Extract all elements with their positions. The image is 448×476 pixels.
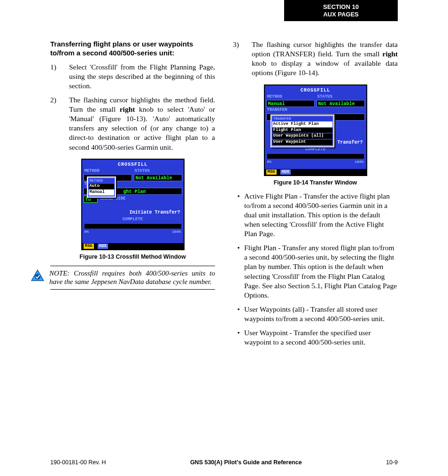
status-label: STATUS [134,168,182,175]
step-text: The flashing cursor highlights the trans… [252,40,398,78]
initiate-prompt: Initiate Transfer? [84,208,182,216]
left-column: Transferring flight plans or user waypoi… [50,40,215,352]
section-title: AUX PAGES [284,11,398,18]
bullet-text: User Waypoint - Transfer the specified u… [244,328,398,347]
msg-indicator: MSG [84,244,94,249]
note-text: NOTE: Crossfill requires both 400/500-se… [49,269,215,287]
procedure-heading: Transferring flight plans or user waypoi… [50,40,215,58]
step-text: Select 'Crossfill' from the Flight Plann… [69,62,215,91]
transfer-popup: TRANSFER Active Flight Plan Flight Plan … [270,115,334,147]
popup-title: TRANSFER [272,116,332,121]
step-2: 2) The flashing cursor highlights the me… [50,95,215,152]
section-number: SECTION 10 [284,3,398,11]
bullet-text: User Waypoints (all) - Transfer all stor… [244,305,398,323]
popup-option: User Waypoint [272,139,332,145]
gps-screen: CROSSFILL METHOD STATUS Manual Not Avail… [264,84,367,177]
gps-title: CROSSFILL [84,161,182,168]
popup-option-selected: Active Flight Plan [272,122,332,127]
scale-high: 100% [172,230,181,234]
popup-option: User Waypoints (all) [272,133,332,139]
step-number: 2) [50,95,69,152]
right-column: 3) The flashing cursor highlights the tr… [233,40,398,352]
step-1: 1) Select 'Crossfill' from the Flight Pl… [50,62,215,91]
status-field: Not Available [134,174,182,181]
bullet-text: Active Flight Plan - Transfer the active… [244,192,398,239]
doc-title: GNS 530(A) Pilot's Guide and Reference [190,459,302,466]
bullet-item: • Active Flight Plan - Transfer the acti… [233,192,398,239]
bullet-marker: • [233,305,244,323]
figure-caption: Figure 10-13 Crossfill Method Window [50,253,215,261]
gps-screen: CROSSFILL METHOD STATUS Not Available TR… [81,159,185,251]
aux-indicator: AUX [280,169,291,175]
gps-footer: MSG AUX [265,169,366,176]
bullet-marker: • [233,243,244,300]
step-3: 3) The flashing cursor highlights the tr… [233,40,398,78]
transfer-label: TRANSFER [266,107,365,114]
doc-number: 190-00181-00 Rev. H [50,459,106,466]
popup-title: METHOD [89,178,114,183]
popup-option: Auto [89,184,114,189]
method-field: Manual [266,100,315,107]
bullet-marker: • [233,328,244,347]
bullet-item: • User Waypoint - Transfer the specified… [233,328,398,347]
status-label: STATUS [317,94,365,100]
popup-option-selected: Manual [89,190,114,195]
bullet-item: • User Waypoints (all) - Transfer all st… [233,305,398,323]
popup-option: Flight Plan [272,128,332,133]
progress-bar [267,154,364,159]
step-text: The flashing cursor highlights the metho… [69,95,215,152]
scale-low: 0% [267,160,272,164]
gps-title: CROSSFILL [266,87,365,94]
status-field: Not Available [317,100,365,107]
note-block: NOTE: Crossfill requires both 400/500-se… [50,266,215,290]
gps-footer: MSG AUX [82,243,184,250]
figure-10-14: CROSSFILL METHOD STATUS Manual Not Avail… [233,84,398,187]
note-icon [31,269,45,283]
method-label: METHOD [84,168,132,175]
complete-label: COMPLETE [266,146,365,153]
scale-low: 0% [85,230,89,234]
aux-indicator: AUX [98,244,108,249]
figure-10-13: CROSSFILL METHOD STATUS Not Available TR… [50,159,215,261]
page-footer: 190-00181-00 Rev. H GNS 530(A) Pilot's G… [50,459,398,466]
figure-caption: Figure 10-14 Transfer Window [233,179,398,186]
progress-bar [85,224,181,229]
complete-label: COMPLETE [84,216,182,223]
bullet-text: Flight Plan - Transfer any stored flight… [244,243,398,300]
svg-point-1 [35,274,40,279]
step-number: 1) [50,62,69,91]
method-popup: METHOD Auto Manual [87,177,116,198]
msg-indicator: MSG [266,169,277,175]
step-number: 3) [233,40,252,78]
bullet-marker: • [233,192,244,239]
method-label: METHOD [266,94,315,100]
section-header-tab: SECTION 10 AUX PAGES [284,0,398,21]
scale-high: 100% [355,160,363,164]
bullet-item: • Flight Plan - Transfer any stored flig… [233,243,398,300]
page-number: 10-9 [386,459,398,466]
